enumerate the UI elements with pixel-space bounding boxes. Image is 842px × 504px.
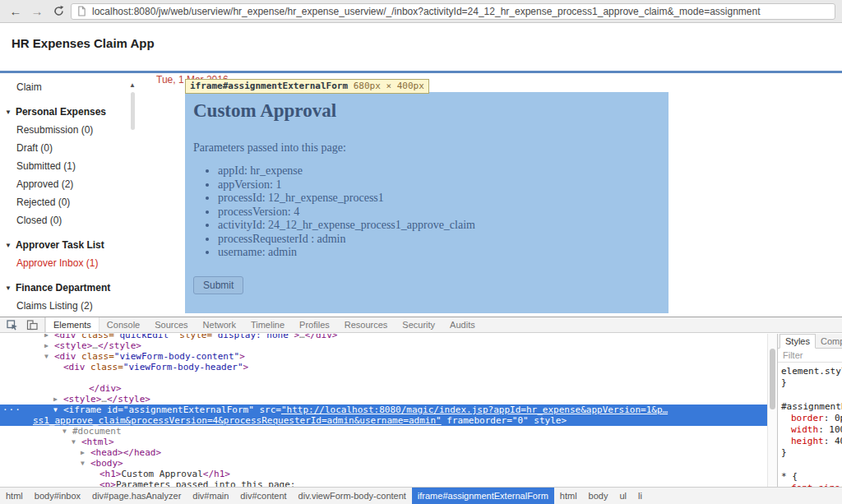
tree-collapsed-icon[interactable]: ▶ bbox=[44, 334, 54, 340]
sidebar-item-claims-listing-2[interactable]: Claims Listing (2) bbox=[0, 297, 140, 315]
devtools-tab-elements[interactable]: Elements bbox=[45, 317, 99, 332]
dom-tree-node[interactable] bbox=[0, 372, 767, 383]
sidebar-section-approver-task-list[interactable]: ▼Approver Task List bbox=[0, 235, 140, 254]
sidebar-item-closed-0[interactable]: Closed (0) bbox=[0, 211, 140, 229]
elements-tree-scrollbar[interactable] bbox=[767, 334, 777, 488]
sidebar-scrollbar-thumb[interactable] bbox=[131, 92, 135, 130]
styles-tab-computed[interactable]: Computed bbox=[816, 334, 842, 348]
scroll-up-icon[interactable]: ▲ bbox=[127, 81, 137, 89]
sidebar-item-approved-2[interactable]: Approved (2) bbox=[0, 175, 140, 193]
reload-icon bbox=[53, 5, 65, 17]
inspect-element-button[interactable] bbox=[4, 318, 21, 331]
breadcrumb-div-content[interactable]: div#content bbox=[234, 488, 292, 504]
breadcrumb-html[interactable]: html bbox=[0, 488, 29, 504]
sidebar-item-approver-inbox-1[interactable]: Approver Inbox (1) bbox=[0, 254, 140, 272]
tree-expanded-icon[interactable]: ▼ bbox=[44, 351, 54, 362]
dom-tree-node[interactable]: ▶<style>…</style> bbox=[0, 340, 767, 351]
breadcrumb-ul[interactable]: ul bbox=[613, 488, 632, 504]
dom-tree-node[interactable]: ▶<style>…</style> bbox=[0, 394, 767, 405]
rule-close: } bbox=[781, 447, 842, 459]
form-intro: Parameters passed into this page: bbox=[193, 141, 660, 155]
submit-button[interactable]: Submit bbox=[193, 276, 243, 294]
styles-tab-styles[interactable]: Styles bbox=[780, 334, 816, 349]
code-token: Custom Approval bbox=[122, 469, 203, 479]
dom-tree-node[interactable]: ▶<div class="quickEdit" style="display: … bbox=[0, 334, 767, 340]
forward-button[interactable]: → bbox=[28, 2, 46, 21]
tree-expanded-icon[interactable]: ▼ bbox=[72, 437, 81, 447]
style-rule[interactable]: * {font-size: bbox=[781, 471, 842, 488]
sidebar-section-label: Approver Task List bbox=[16, 239, 104, 251]
code-token: </h1> bbox=[203, 469, 230, 479]
breadcrumb-div-main[interactable]: div#main bbox=[187, 488, 234, 504]
breadcrumb-li[interactable]: li bbox=[632, 488, 648, 504]
devtools-tab-audits[interactable]: Audits bbox=[442, 317, 483, 332]
breadcrumb-iframe-assignmentexternalform[interactable]: iframe#assignmentExternalForm bbox=[412, 488, 554, 504]
devtools-tab-profiles[interactable]: Profiles bbox=[292, 317, 337, 332]
style-property[interactable]: height: 400px; bbox=[781, 436, 842, 447]
tree-expanded-icon[interactable]: ▼ bbox=[53, 405, 63, 415]
property-value: : 400px; bbox=[824, 436, 842, 446]
dom-tree-node[interactable]: <div class="viewForm-body-header"> bbox=[0, 362, 767, 372]
devtools-tab-network[interactable]: Network bbox=[196, 317, 243, 332]
sidebar-scrollbar[interactable]: ▲ bbox=[127, 81, 137, 312]
device-toolbar-button[interactable] bbox=[24, 318, 40, 331]
dom-tree-node[interactable]: ▼<html> bbox=[0, 437, 767, 447]
style-rule[interactable]: element.style {} bbox=[781, 366, 842, 389]
devtools-tab-sources[interactable]: Sources bbox=[147, 317, 195, 332]
sidebar-item-claim[interactable]: Claim bbox=[0, 78, 140, 96]
param-list: appId: hr_expenseappVersion: 1processId:… bbox=[218, 164, 660, 260]
devtools-panel: ElementsConsoleSourcesNetworkTimelinePro… bbox=[0, 317, 842, 504]
code-token: <h1> bbox=[99, 469, 122, 479]
code-token: src= bbox=[254, 405, 281, 415]
tree-collapsed-icon[interactable]: ▶ bbox=[44, 340, 54, 351]
url-text: localhost:8080/jw/web/userview/hr_expens… bbox=[92, 6, 761, 17]
tree-collapsed-icon[interactable]: ▶ bbox=[81, 447, 90, 458]
code-token: </style> bbox=[107, 394, 150, 405]
code-token: <div bbox=[54, 334, 76, 340]
sidebar-item-draft-0[interactable]: Draft (0) bbox=[0, 139, 140, 157]
inspect-icon bbox=[7, 320, 18, 331]
style-rule[interactable]: #assignmentExternalForm {border: 0px;wid… bbox=[781, 401, 842, 459]
address-bar[interactable]: localhost:8080/jw/web/userview/hr_expens… bbox=[71, 3, 835, 20]
chevron-down-icon: ▼ bbox=[5, 284, 12, 292]
tree-collapsed-icon[interactable]: ▶ bbox=[53, 394, 63, 405]
dom-tree-node[interactable]: ···▼<iframe id="assignmentExternalForm" … bbox=[0, 405, 767, 415]
sidebar-section-personal-expenses[interactable]: ▼Personal Expenses bbox=[0, 102, 140, 121]
dom-tree-node[interactable]: ss1_approve_claim&processVersion=4&proce… bbox=[0, 415, 767, 426]
breadcrumb-html[interactable]: html bbox=[554, 488, 583, 504]
tree-expanded-icon[interactable]: ▼ bbox=[81, 458, 90, 469]
tree-expanded-icon[interactable]: ▼ bbox=[62, 426, 72, 437]
code-token: <style> bbox=[54, 340, 92, 351]
dom-tree-node[interactable]: <h1>Custom Approval</h1> bbox=[0, 469, 767, 479]
sidebar-item-rejected-0[interactable]: Rejected (0) bbox=[0, 193, 140, 211]
breadcrumb-div-viewform-body-content[interactable]: div.viewForm-body-content bbox=[293, 488, 412, 504]
style-property[interactable]: border: 0px; bbox=[781, 413, 842, 424]
sidebar-item-submitted-1[interactable]: Submitted (1) bbox=[0, 157, 140, 175]
devtools-tab-timeline[interactable]: Timeline bbox=[243, 317, 292, 332]
breadcrumb-body[interactable]: body bbox=[583, 488, 614, 504]
inspect-highlight-overlay: Custom Approval Parameters passed into t… bbox=[185, 92, 669, 313]
reload-button[interactable] bbox=[49, 2, 67, 21]
style-property[interactable]: width: 100%; bbox=[781, 424, 842, 436]
code-token: </div> bbox=[89, 383, 122, 394]
dom-tree-node[interactable]: </div> bbox=[0, 383, 767, 394]
sidebar-item-resubmission-0[interactable]: Resubmission (0) bbox=[0, 121, 140, 139]
sidebar-section-finance-department[interactable]: ▼Finance Department bbox=[0, 278, 140, 297]
breadcrumb-body-inbox[interactable]: body#inbox bbox=[29, 488, 86, 504]
dom-tree-node[interactable]: ▼<body> bbox=[0, 458, 767, 469]
dom-tree-node[interactable]: ▼#document bbox=[0, 426, 767, 437]
devtools-tab-console[interactable]: Console bbox=[99, 317, 147, 332]
code-token: #document bbox=[72, 426, 122, 437]
code-token: > bbox=[561, 415, 567, 426]
back-button[interactable]: ← bbox=[7, 2, 25, 21]
devtools-tab-resources[interactable]: Resources bbox=[337, 317, 396, 332]
breadcrumb-div-page-hasanalyzer[interactable]: div#page.hasAnalyzer bbox=[86, 488, 187, 504]
param-item: username: admin bbox=[218, 246, 660, 260]
code-token: frameborder= bbox=[442, 415, 512, 426]
devtools-tab-security[interactable]: Security bbox=[395, 317, 442, 332]
styles-filter-input[interactable]: Filter bbox=[778, 349, 842, 363]
code-token: ss1_approve_claim&processVersion=4&proce… bbox=[33, 415, 442, 426]
dom-tree-node[interactable]: ▼<div class="viewForm-body-content"> bbox=[0, 351, 767, 362]
dom-tree-node[interactable]: ▶<head></head> bbox=[0, 447, 767, 458]
elements-tree-scrollbar-thumb[interactable] bbox=[770, 349, 775, 409]
